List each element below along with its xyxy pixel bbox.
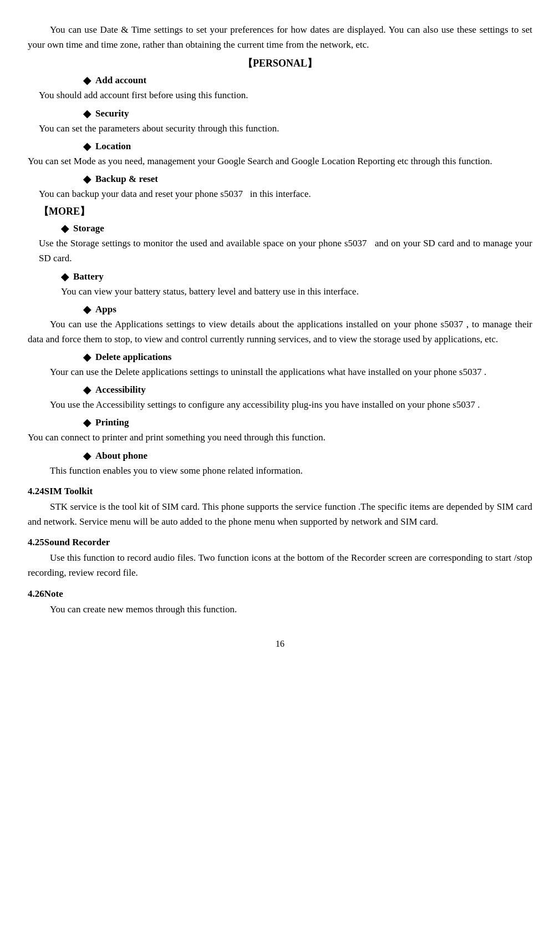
printing-title: Printing: [95, 417, 129, 428]
location-text: You can set Mode as you need, management…: [28, 154, 532, 169]
diamond-icon: ◆: [83, 140, 91, 153]
backup-reset-title: Backup & reset: [95, 174, 158, 185]
storage-header: ◆ Storage: [61, 222, 532, 235]
diamond-icon: ◆: [83, 351, 91, 363]
page-number: 16: [28, 639, 532, 649]
accessibility-title: Accessibility: [95, 384, 146, 395]
printing-text: You can connect to printer and print som…: [28, 430, 532, 445]
diamond-icon: ◆: [83, 450, 91, 462]
battery-title: Battery: [73, 271, 104, 282]
section-425-title: 4.25Sound Recorder: [28, 537, 532, 548]
section-425-text: Use this function to record audio files.…: [28, 550, 532, 580]
about-phone-title: About phone: [95, 450, 147, 461]
diamond-icon: ◆: [83, 303, 91, 316]
diamond-icon: ◆: [83, 173, 91, 185]
security-title: Security: [95, 108, 129, 119]
delete-apps-text: Your can use the Delete applications set…: [28, 364, 532, 379]
apps-header: ◆ Apps: [83, 303, 532, 316]
add-account-text: You should add account first before usin…: [28, 88, 532, 103]
section-424-title: 4.24SIM Toolkit: [28, 486, 532, 497]
diamond-icon: ◆: [61, 271, 69, 283]
section-425: 4.25Sound Recorder Use this function to …: [28, 537, 532, 580]
location-header: ◆ Location: [83, 140, 532, 153]
diamond-icon: ◆: [83, 108, 91, 120]
storage-text: Use the Storage settings to monitor the …: [28, 236, 532, 266]
apps-title: Apps: [95, 304, 116, 315]
diamond-icon: ◆: [83, 74, 91, 87]
add-account-title: Add account: [95, 75, 146, 86]
personal-section-header: 【PERSONAL】: [28, 57, 532, 70]
battery-header: ◆ Battery: [61, 271, 532, 283]
location-title: Location: [95, 141, 131, 152]
add-account-header: ◆ Add account: [83, 74, 532, 87]
backup-reset-header: ◆ Backup & reset: [83, 173, 532, 185]
diamond-icon: ◆: [61, 222, 69, 235]
section-426: 4.26Note You can create new memos throug…: [28, 588, 532, 617]
about-phone-text: This function enables you to view some p…: [28, 463, 532, 478]
delete-apps-header: ◆ Delete applications: [83, 351, 532, 363]
section-424-text: STK service is the tool kit of SIM card.…: [28, 499, 532, 529]
accessibility-header: ◆ Accessibility: [83, 384, 532, 396]
accessibility-text: You use the Accessibility settings to co…: [28, 397, 532, 412]
storage-title: Storage: [73, 223, 104, 234]
security-header: ◆ Security: [83, 108, 532, 120]
backup-reset-text: You can backup your data and reset your …: [28, 186, 532, 201]
diamond-icon: ◆: [83, 417, 91, 429]
diamond-icon: ◆: [83, 384, 91, 396]
more-section-header: 【MORE】: [39, 205, 532, 218]
intro-paragraph: You can use Date & Time settings to set …: [28, 22, 532, 52]
security-text: You can set the parameters about securit…: [28, 121, 532, 136]
section-426-text: You can create new memos through this fu…: [28, 602, 532, 617]
printing-header: ◆ Printing: [83, 417, 532, 429]
section-424: 4.24SIM Toolkit STK service is the tool …: [28, 486, 532, 529]
delete-apps-title: Delete applications: [95, 352, 171, 363]
about-phone-header: ◆ About phone: [83, 450, 532, 462]
section-426-title: 4.26Note: [28, 588, 532, 600]
battery-text: You can view your battery status, batter…: [28, 284, 532, 299]
apps-text: You can use the Applications settings to…: [28, 317, 532, 347]
